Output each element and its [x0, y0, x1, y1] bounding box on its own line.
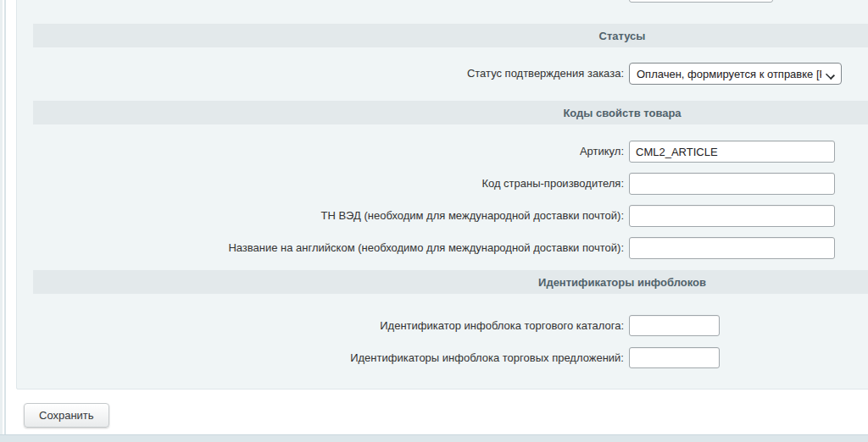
section-title: Идентификаторы инфоблоков	[538, 276, 706, 289]
catalog-iblock-id-label: Идентификатор инфоблока торгового катало…	[17, 315, 624, 337]
order-status-select[interactable]: Оплачен, формируется к отправке [P]	[629, 63, 842, 85]
settings-page: Статусы Статус подтверждения заказа: Опл…	[0, 0, 868, 442]
section-title: Статусы	[599, 30, 646, 42]
section-header-iblock-ids: Идентификаторы инфоблоков	[33, 270, 868, 294]
order-status-value: Оплачен, формируется к отправке [P]	[637, 68, 821, 80]
window-edge-line	[4, 0, 6, 434]
article-input[interactable]	[629, 141, 835, 163]
offers-iblock-id-input[interactable]	[629, 347, 720, 368]
section-header-statuses: Статусы	[33, 24, 868, 47]
window-edge-strip	[0, 0, 3, 442]
offers-iblock-id-label: Идентификаторы инфоблока торговых предло…	[17, 347, 624, 369]
country-code-input[interactable]	[629, 173, 835, 195]
footer-strip	[0, 434, 868, 442]
settings-form-panel: Статусы Статус подтверждения заказа: Опл…	[16, 0, 868, 390]
section-title: Коды свойств товара	[563, 107, 681, 119]
country-code-label: Код страны-производителя:	[17, 173, 624, 195]
section-header-product-codes: Коды свойств товара	[33, 101, 868, 124]
article-label: Артикул:	[17, 141, 624, 163]
english-name-label: Название на английском (необходимо для м…	[17, 237, 624, 259]
tnved-label: ТН ВЭД (необходим для международной дост…	[17, 205, 624, 227]
english-name-input[interactable]	[629, 237, 835, 259]
tnved-input[interactable]	[629, 205, 835, 227]
order-status-label: Статус подтверждения заказа:	[17, 63, 624, 85]
catalog-iblock-id-input[interactable]	[629, 315, 720, 336]
chevron-down-icon	[826, 70, 834, 78]
save-button[interactable]: Сохранить	[24, 403, 109, 428]
partial-field-above[interactable]	[629, 0, 773, 3]
